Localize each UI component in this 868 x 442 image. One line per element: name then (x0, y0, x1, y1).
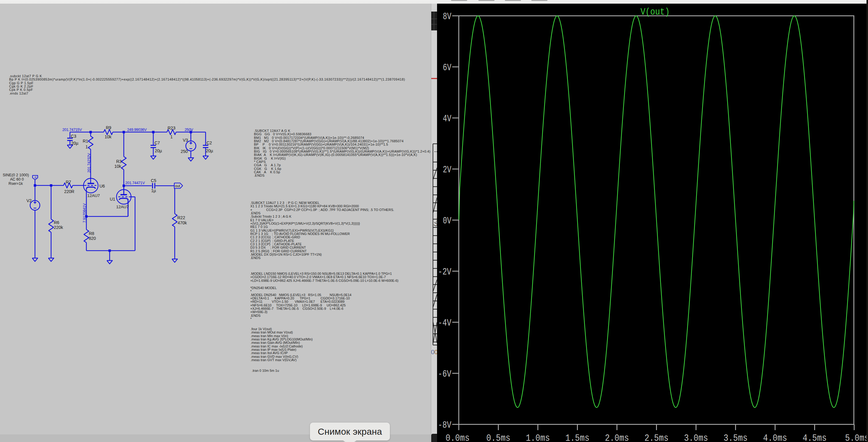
svg-text:R1: R1 (83, 138, 88, 144)
svg-text:20µ: 20µ (206, 148, 213, 153)
svg-text:-6V: -6V (438, 369, 451, 379)
svg-text:0.5ms: 0.5ms (486, 433, 510, 442)
svg-text:out: out (175, 184, 180, 188)
svg-text:250V: 250V (185, 128, 193, 132)
svg-text:12AU7: 12AU7 (87, 193, 100, 198)
svg-text:201.74232V: 201.74232V (87, 153, 91, 173)
svg-text:10k: 10k (104, 134, 112, 139)
svg-text:R6: R6 (54, 220, 59, 225)
svg-text:V3: V3 (183, 138, 188, 143)
svg-text:C2: C2 (207, 140, 212, 145)
svg-text:R3: R3 (116, 159, 122, 164)
svg-text:R8: R8 (89, 231, 94, 236)
svg-text:U6: U6 (99, 184, 105, 188)
svg-text:1.0ms: 1.0ms (526, 433, 550, 442)
svg-text:10k: 10k (114, 164, 122, 169)
svg-text:2.0ms: 2.0ms (605, 433, 629, 442)
svg-text:7.9120841V: 7.9120841V (83, 203, 87, 223)
svg-text:SINE(0 2 1000): SINE(0 2 1000) (3, 173, 29, 177)
svg-text:0.0ms: 0.0ms (445, 433, 470, 442)
svg-text:820: 820 (89, 236, 96, 241)
svg-text:4V: 4V (443, 114, 451, 124)
svg-text:V2: V2 (27, 198, 32, 203)
svg-text:in: in (33, 176, 37, 179)
svg-text:12AU7: 12AU7 (116, 204, 129, 209)
svg-text:Rser=1k: Rser=1k (8, 182, 23, 186)
svg-text:470k: 470k (178, 220, 187, 225)
svg-text:0: 0 (434, 348, 437, 355)
svg-text:201.74471V: 201.74471V (125, 181, 145, 185)
svg-text:3.5ms: 3.5ms (723, 433, 748, 442)
svg-text:249.99036V: 249.99036V (127, 128, 147, 132)
svg-text:U1: U1 (110, 197, 115, 201)
svg-text:1.5ms: 1.5ms (565, 433, 589, 442)
svg-text:20µ: 20µ (155, 148, 162, 153)
svg-text:5.0ms: 5.0ms (845, 433, 867, 442)
svg-text:4.5ms: 4.5ms (803, 433, 827, 442)
svg-text:-2V: -2V (438, 266, 451, 277)
svg-text:R22: R22 (177, 215, 185, 220)
svg-text:1: 1 (86, 145, 88, 149)
svg-text:R9: R9 (106, 125, 111, 130)
svg-text:V(out): V(out) (641, 7, 670, 17)
svg-text:R7: R7 (66, 180, 71, 185)
svg-text:AC 60 0: AC 60 0 (10, 177, 24, 182)
svg-text:8V: 8V (443, 11, 451, 22)
svg-text:6V: 6V (443, 62, 451, 73)
svg-text:R23: R23 (167, 126, 176, 130)
svg-text:1µ: 1µ (151, 188, 156, 193)
svg-text:0V: 0V (443, 216, 451, 226)
svg-text:20µ: 20µ (71, 141, 79, 146)
svg-text:3.0ms: 3.0ms (684, 433, 708, 442)
svg-text:C7: C7 (155, 140, 160, 145)
svg-text:250: 250 (181, 149, 188, 154)
svg-text:-8V: -8V (438, 420, 451, 431)
svg-text:C3: C3 (71, 134, 76, 138)
svg-text:-4V: -4V (438, 318, 451, 328)
svg-text:4.0ms: 4.0ms (763, 433, 787, 442)
svg-text:201.74715V: 201.74715V (62, 128, 82, 132)
svg-text:220k: 220k (54, 225, 63, 230)
svg-text:1: 1 (170, 134, 173, 139)
svg-text:220R: 220R (64, 189, 74, 194)
svg-text:C5: C5 (151, 178, 156, 183)
svg-text:2.5ms: 2.5ms (645, 433, 669, 442)
svg-text:2V: 2V (443, 164, 451, 175)
